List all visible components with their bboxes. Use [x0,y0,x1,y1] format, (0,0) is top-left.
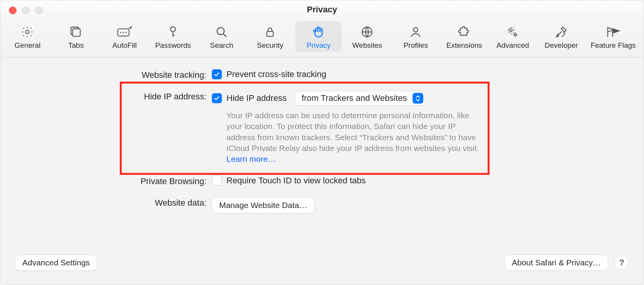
tab-label: Tabs [68,41,84,50]
svg-point-6 [171,27,176,32]
gear-icon [20,24,35,40]
tab-extensions[interactable]: Extensions [441,21,487,52]
globe-icon [359,24,375,40]
svg-rect-1 [73,29,80,37]
tab-autofill[interactable]: AutoFill [101,21,148,52]
label-hide-ip: Hide IP address: [0,91,206,102]
tools-icon [553,24,569,40]
svg-point-11 [510,29,513,32]
key-icon [165,24,181,40]
puzzle-icon [456,24,472,40]
minimize-button[interactable] [22,7,30,14]
svg-point-10 [414,28,418,32]
row-website-data: Website data: Manage Website Data… [0,197,644,213]
checkbox-require-touchid[interactable] [212,176,222,186]
tab-privacy[interactable]: Privacy [295,21,342,52]
help-body: Your IP address can be used to determine… [226,111,479,153]
tab-label: Feature Flags [590,41,636,50]
person-icon [408,24,423,40]
tabs-icon [68,24,84,40]
svg-point-7 [217,28,224,35]
tab-general[interactable]: General [4,21,50,52]
about-safari-privacy-button[interactable]: About Safari & Privacy… [505,255,608,271]
svg-rect-8 [267,32,273,37]
preferences-toolbar: General Tabs AutoFill Passwords Search [0,19,644,58]
fullscreen-button[interactable] [35,7,43,14]
manage-website-data-button[interactable]: Manage Website Data… [212,197,314,213]
flags-icon [605,24,621,40]
titlebar: Privacy [0,0,644,19]
footer: Advanced Settings About Safari & Privacy… [0,250,644,285]
tab-label: Extensions [446,41,482,50]
search-icon [214,24,229,40]
lock-icon [262,24,278,40]
tab-label: AutoFill [112,41,137,50]
dropdown-stepper-icon [413,93,423,104]
tab-profiles[interactable]: Profiles [392,21,439,52]
svg-point-12 [515,34,517,36]
tab-label: Search [210,41,233,50]
advanced-settings-button[interactable]: Advanced Settings [15,255,97,271]
label-website-data: Website data: [0,197,206,208]
tab-label: Advanced [496,41,529,50]
close-button[interactable] [9,7,17,14]
tab-label: Websites [352,41,382,50]
checkbox-prevent-cross-site-tracking[interactable] [212,69,222,79]
window-title: Privacy [307,5,337,15]
gears-icon [505,24,520,40]
svg-point-4 [123,32,124,33]
checkbox-label: Prevent cross-site tracking [226,69,326,79]
tab-tabs[interactable]: Tabs [53,21,99,52]
svg-point-3 [120,32,121,33]
svg-point-5 [126,32,127,33]
checkbox-label: Require Touch ID to view locked tabs [226,176,366,186]
dropdown-value: from Trackers and Websites [302,93,407,103]
tab-label: Developer [545,41,578,50]
tab-search[interactable]: Search [198,21,245,52]
traffic-lights [9,7,43,14]
tab-label: General [15,41,41,50]
label-website-tracking: Website tracking: [0,69,206,80]
tab-label: Privacy [307,41,330,50]
tab-feature-flags[interactable]: Feature Flags [587,21,639,52]
tab-security[interactable]: Security [247,21,293,52]
label-private-browsing: Private Browsing: [0,176,206,186]
check-icon [213,95,220,102]
dropdown-hide-ip-scope[interactable]: from Trackers and Websites [295,91,425,106]
tab-label: Passwords [155,41,191,50]
content-area: Website tracking: Prevent cross-site tra… [0,58,644,285]
hand-icon [311,24,326,40]
row-private-browsing: Private Browsing: Require Touch ID to vi… [0,176,644,186]
help-text-hide-ip: Your IP address can be used to determine… [212,110,481,165]
tab-passwords[interactable]: Passwords [150,21,196,52]
checkbox-hide-ip[interactable] [212,93,222,103]
check-icon [213,71,220,78]
privacy-form: Website tracking: Prevent cross-site tra… [0,58,644,213]
preferences-window: Privacy General Tabs AutoFill Passwords [0,0,644,285]
row-website-tracking: Website tracking: Prevent cross-site tra… [0,69,644,80]
tab-label: Security [257,41,283,50]
tab-websites[interactable]: Websites [344,21,390,52]
tab-developer[interactable]: Developer [538,21,584,52]
row-hide-ip: Hide IP address: Hide IP address from Tr… [0,91,644,165]
svg-point-0 [26,30,29,34]
tab-label: Profiles [404,41,428,50]
tab-advanced[interactable]: Advanced [490,21,536,52]
learn-more-link[interactable]: Learn more… [226,154,276,163]
autofill-icon [117,24,132,40]
checkbox-label: Hide IP address [226,93,287,103]
help-button[interactable]: ? [614,255,629,270]
